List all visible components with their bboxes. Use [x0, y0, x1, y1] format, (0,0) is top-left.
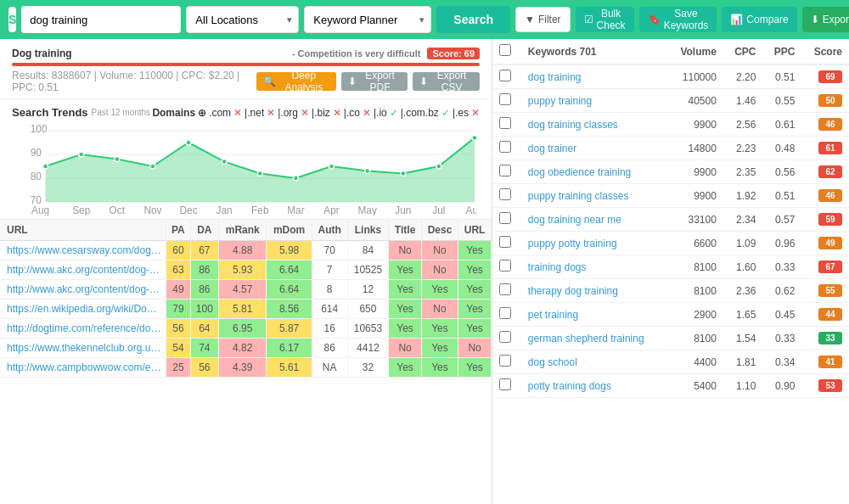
row-checkbox[interactable] — [499, 307, 511, 319]
svg-text:80: 80 — [31, 171, 42, 182]
keyword-cell[interactable]: dog school — [521, 350, 667, 374]
table-row: http://www.akc.org/content/dog-traini...… — [0, 260, 492, 280]
save-keywords-label: Save Keywords — [664, 8, 709, 31]
url-cell[interactable]: https://www.thekennelclub.org.uk/trai... — [0, 339, 166, 358]
col-desc: Desc — [421, 220, 458, 241]
col-urlcol: URL — [458, 220, 492, 241]
row-checkbox[interactable] — [499, 378, 511, 390]
domain-co: |.co — [344, 107, 360, 119]
keyword-cell[interactable]: therapy dog training — [521, 279, 667, 303]
domain-io-check[interactable]: ✓ — [390, 107, 398, 119]
export-button[interactable]: ⬇ Export ▾ — [802, 7, 849, 32]
domain-combz-check[interactable]: ✓ — [441, 107, 450, 119]
url-cell[interactable]: http://www.akc.org/content/dog-traini... — [0, 260, 166, 280]
col-keywords: Keywords 701 — [521, 39, 667, 64]
keyword-cell[interactable]: puppy training classes — [521, 184, 667, 208]
keyword-cell[interactable]: dog trainer — [521, 137, 667, 160]
row-checkbox[interactable] — [499, 141, 511, 153]
domain-es-remove[interactable]: ✕ — [471, 107, 480, 119]
keyword-cell[interactable]: dog training classes — [521, 113, 667, 137]
desc-cell: Yes — [421, 358, 458, 378]
export-csv-button[interactable]: ⬇ Export CSV — [413, 72, 480, 91]
keyword-cell[interactable]: training dogs — [521, 255, 667, 279]
row-checkbox[interactable] — [499, 331, 511, 343]
deep-analysis-button[interactable]: 🔍 Deep Analysis — [256, 72, 336, 91]
select-all-checkbox[interactable] — [499, 44, 511, 56]
mdom-cell: 8.56 — [267, 300, 312, 319]
score-cell: 69 — [801, 64, 849, 89]
row-checkbox[interactable] — [499, 117, 511, 129]
domain-org-remove[interactable]: ✕ — [301, 107, 309, 119]
keyword-cell[interactable]: puppy potty training — [521, 232, 667, 255]
keyword-cell[interactable]: potty training dogs — [521, 374, 667, 398]
keyword-info: Dog training - Competition is very diffi… — [0, 39, 492, 99]
auth-cell: 8 — [312, 280, 347, 300]
save-keywords-button[interactable]: 🔖 Save Keywords — [639, 7, 717, 32]
trends-title: Search Trends — [12, 106, 88, 119]
export-csv-label: Export CSV — [430, 70, 473, 93]
score-cell: 49 — [801, 232, 849, 255]
score-cell: 50 — [801, 89, 849, 113]
table-row: http://dogtime.com/reference/dog-trai...… — [0, 319, 492, 339]
row-checkbox[interactable] — [499, 70, 511, 81]
volume-cell: 2900 — [667, 303, 723, 327]
row-checkbox[interactable] — [499, 212, 511, 224]
list-item: pet training 2900 1.65 0.45 44 — [492, 303, 849, 327]
logo: S — [8, 7, 16, 32]
tool-select[interactable]: Keyword PlannerSEO AnalyzerRank Tracker — [304, 6, 431, 33]
domain-com-remove[interactable]: ✕ — [233, 107, 242, 119]
compare-button[interactable]: 📊 Compare — [722, 7, 796, 32]
bulk-check-button[interactable]: ☑ Bulk Check — [576, 7, 634, 32]
svg-text:Feb: Feb — [251, 204, 269, 216]
keyword-cell[interactable]: dog training near me — [521, 208, 667, 232]
url-cell[interactable]: https://en.wikipedia.org/wiki/Dog_tra... — [0, 300, 166, 319]
ppc-cell: 0.51 — [762, 64, 801, 89]
keyword-cell[interactable]: german shepherd training — [521, 327, 667, 350]
row-checkbox-cell — [492, 374, 521, 398]
da-cell: 100 — [190, 300, 218, 319]
svg-text:Oct: Oct — [110, 204, 126, 216]
search-button[interactable]: Search — [436, 6, 510, 33]
pa-cell: 54 — [166, 339, 191, 358]
row-checkbox[interactable] — [499, 165, 511, 176]
row-checkbox[interactable] — [499, 355, 511, 367]
domain-biz-remove[interactable]: ✕ — [333, 107, 341, 119]
mdom-cell: 6.64 — [267, 260, 312, 280]
url-cell[interactable]: http://dogtime.com/reference/dog-trai... — [0, 319, 166, 339]
row-checkbox[interactable] — [499, 93, 511, 105]
list-item: dog school 4400 1.81 0.34 41 — [492, 350, 849, 374]
col-url: URL — [0, 220, 166, 241]
compare-label: Compare — [746, 14, 788, 25]
url-cell[interactable]: https://www.cesarsway.com/dog-trainin... — [0, 241, 166, 260]
mdom-cell: 5.98 — [267, 241, 312, 260]
keyword-cell[interactable]: puppy training — [521, 89, 667, 113]
domain-co-remove[interactable]: ✕ — [363, 107, 371, 119]
row-checkbox[interactable] — [499, 260, 511, 272]
export-label: Export — [823, 14, 849, 25]
url-cell[interactable]: http://www.akc.org/content/dog-traini... — [0, 280, 166, 300]
keyword-actions: 🔍 Deep Analysis ⬇ Export PDF ⬇ Export CS… — [256, 72, 480, 91]
keyword-title: Dog training — [12, 48, 72, 59]
search-input[interactable] — [21, 6, 181, 33]
row-checkbox[interactable] — [499, 188, 511, 200]
domain-net-remove[interactable]: ✕ — [267, 107, 275, 119]
competition-text: - Competition is very difficult — [292, 48, 421, 59]
row-checkbox[interactable] — [499, 283, 511, 295]
row-checkbox[interactable] — [499, 236, 511, 248]
col-pa: PA — [166, 220, 191, 241]
url-cell[interactable]: http://www.campbowwow.com/edmond/serv... — [0, 358, 166, 378]
keyword-cell[interactable]: dog training — [521, 64, 667, 89]
row-checkbox-cell — [492, 184, 521, 208]
row-checkbox-cell — [492, 327, 521, 350]
ppc-cell: 0.96 — [762, 232, 801, 255]
keyword-cell[interactable]: dog obedience training — [521, 160, 667, 184]
urls-table: URL PA DA mRank mDom Auth Links Title De… — [0, 220, 492, 378]
mdom-cell: 5.87 — [267, 319, 312, 339]
export-pdf-button[interactable]: ⬇ Export PDF — [341, 72, 408, 91]
title-cell: Yes — [389, 319, 421, 339]
ppc-cell: 0.56 — [762, 160, 801, 184]
svg-text:Dec: Dec — [180, 204, 198, 216]
location-select[interactable]: All LocationsUnited StatesUnited Kingdom… — [186, 6, 299, 33]
keyword-cell[interactable]: pet training — [521, 303, 667, 327]
filter-button[interactable]: ▼ Filter — [515, 7, 571, 32]
